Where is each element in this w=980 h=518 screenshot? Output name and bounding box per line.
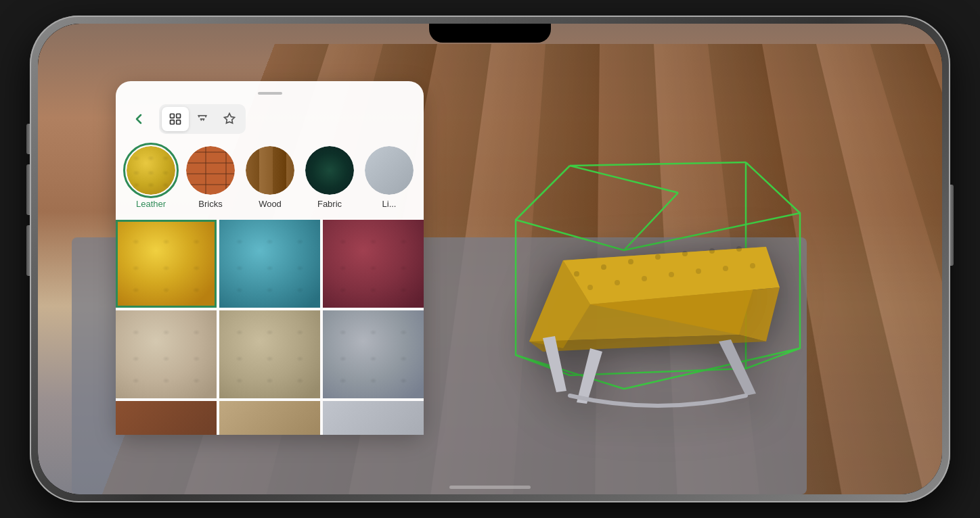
pin-button[interactable]	[216, 107, 243, 131]
drag-handle	[258, 92, 282, 95]
svg-rect-24	[171, 114, 175, 118]
category-label-bricks: Bricks	[198, 199, 222, 209]
filter-button[interactable]	[189, 107, 216, 131]
svg-point-12	[628, 259, 633, 264]
ar-chair	[509, 152, 793, 409]
texture-cell-beige2[interactable]	[219, 310, 320, 398]
volume-up-button[interactable]	[26, 164, 30, 215]
volume-down-button[interactable]	[26, 225, 30, 276]
texture-cell-lightgray[interactable]	[323, 401, 424, 435]
texture-cell-yellow[interactable]	[116, 220, 217, 308]
view-toggle-group	[159, 104, 246, 134]
category-circle-wood	[246, 146, 294, 195]
texture-cell-teal[interactable]	[219, 220, 320, 308]
texture-cell-gray[interactable]	[323, 310, 424, 398]
category-item-fabric[interactable]: Fabric	[305, 146, 354, 209]
material-panel: Leather Bricks	[116, 81, 424, 435]
category-circle-fabric	[305, 146, 354, 195]
svg-point-10	[574, 271, 579, 277]
category-label-fabric: Fabric	[317, 199, 342, 209]
svg-point-18	[615, 280, 620, 285]
svg-point-14	[682, 251, 688, 256]
category-list: Leather Bricks	[127, 146, 413, 209]
power-button[interactable]	[950, 185, 954, 266]
texture-cell-beige1[interactable]	[116, 310, 217, 398]
texture-cell-brown[interactable]	[116, 401, 217, 435]
ar-screen: Leather Bricks	[38, 24, 942, 494]
category-item-li[interactable]: Li...	[365, 146, 414, 209]
svg-point-17	[587, 285, 593, 290]
category-label-wood: Wood	[259, 199, 282, 209]
panel-toolbar	[127, 104, 413, 134]
svg-rect-26	[171, 120, 175, 124]
svg-point-13	[655, 254, 661, 260]
back-button[interactable]	[127, 107, 151, 131]
category-label-leather: Leather	[136, 199, 166, 209]
phone-screen: Leather Bricks	[38, 24, 942, 494]
svg-point-16	[736, 246, 742, 252]
svg-point-15	[709, 248, 715, 254]
category-item-bricks[interactable]: Bricks	[186, 146, 235, 209]
svg-point-19	[642, 276, 647, 281]
svg-point-21	[696, 268, 701, 274]
svg-point-11	[601, 264, 606, 270]
home-indicator	[449, 486, 531, 489]
volume-mute-button[interactable]	[26, 124, 30, 154]
svg-point-23	[750, 263, 755, 268]
category-circle-bricks	[186, 146, 235, 195]
texture-grid	[116, 220, 424, 435]
svg-rect-25	[177, 114, 181, 118]
category-circle-li	[365, 146, 414, 195]
phone-frame: Leather Bricks	[30, 16, 950, 502]
svg-point-22	[723, 266, 728, 271]
svg-rect-27	[177, 120, 181, 124]
ar-chair-container	[482, 112, 834, 429]
category-item-leather[interactable]: Leather	[127, 146, 175, 209]
texture-cell-warmbeige[interactable]	[219, 401, 320, 435]
svg-point-20	[669, 272, 674, 277]
category-item-wood[interactable]: Wood	[246, 146, 294, 209]
category-label-li: Li...	[382, 199, 397, 209]
notch	[429, 24, 551, 43]
grid-view-button[interactable]	[162, 107, 189, 131]
texture-cell-darkred[interactable]	[323, 220, 424, 308]
category-circle-leather	[127, 146, 175, 195]
